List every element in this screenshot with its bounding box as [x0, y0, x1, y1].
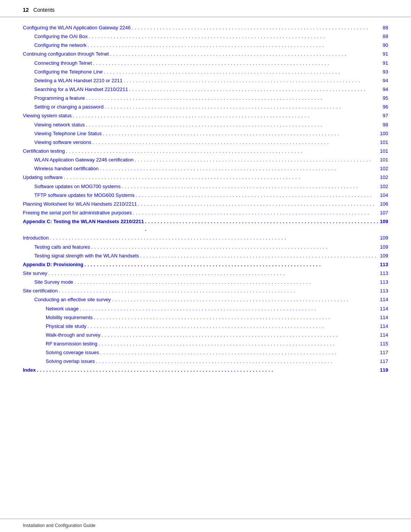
toc-row[interactable]: Software updates on MOG700 systems . . .… — [23, 183, 388, 190]
toc-row[interactable]: Appendix C: Testing the WLAN Handsets 22… — [23, 218, 388, 233]
toc-row[interactable]: Site survey . . . . . . . . . . . . . . … — [23, 270, 388, 277]
toc-dots: . . . . . . . . . . . . . . . . . . . . … — [99, 340, 379, 348]
toc-row[interactable]: Solving overlap issues . . . . . . . . .… — [23, 358, 388, 365]
toc-row[interactable]: Continuing configuration through Telnet … — [23, 50, 388, 58]
toc-row[interactable]: Index . . . . . . . . . . . . . . . . . … — [23, 366, 388, 374]
toc-link[interactable]: Connecting through Telnet — [34, 59, 92, 67]
toc-row[interactable]: Viewing Telephone Line Status . . . . . … — [23, 130, 388, 137]
toc-row[interactable]: Planning Worksheet for WLAN Handsets 221… — [23, 200, 388, 208]
toc-link[interactable]: Wireless handset certification — [34, 165, 99, 173]
toc-row[interactable]: Introduction . . . . . . . . . . . . . .… — [23, 234, 388, 242]
toc-link[interactable]: Site certification — [23, 287, 58, 295]
toc-row[interactable]: Testing signal strength with the WLAN ha… — [23, 252, 388, 260]
toc-link[interactable]: Walk-through and survey — [46, 331, 100, 339]
toc-page-number: 95 — [383, 94, 388, 102]
toc-dots: . . . . . . . . . . . . . . . . . . . . … — [100, 349, 379, 356]
toc-link[interactable]: Deleting a WLAN Handset 2210 or 2211 — [34, 77, 123, 85]
toc-link[interactable]: Network usage — [46, 305, 79, 313]
toc-page-number: 100 — [380, 130, 388, 137]
toc-link[interactable]: Setting or changing a password — [34, 103, 104, 111]
toc-page-number: 114 — [380, 323, 388, 330]
toc-row[interactable]: Configuring the Telephone Line . . . . .… — [23, 68, 388, 76]
toc-link[interactable]: Viewing software versions — [34, 139, 91, 146]
toc-dots: . . . . . . . . . . . . . . . . . . . . … — [138, 200, 379, 208]
toc-link[interactable]: RF transmission testing — [46, 340, 97, 348]
toc-link[interactable]: Configuring the network — [34, 42, 86, 49]
toc-link[interactable]: Viewing system status — [23, 112, 72, 120]
toc-link[interactable]: Physical site study — [46, 323, 86, 330]
toc-dots: . . . . . . . . . . . . . . . . . . . . … — [124, 77, 382, 85]
toc-row[interactable]: Configuring the OAI Box . . . . . . . . … — [23, 33, 388, 40]
toc-link[interactable]: Site survey — [23, 270, 47, 277]
toc-page-number: 98 — [383, 121, 388, 129]
toc-row[interactable]: Updating software . . . . . . . . . . . … — [23, 174, 388, 181]
toc-page-number: 113 — [380, 287, 388, 295]
toc-row[interactable]: Configuring the WLAN Application Gateway… — [23, 24, 388, 32]
toc-page-number: 94 — [383, 86, 388, 93]
toc-row[interactable]: Testing calls and features . . . . . . .… — [23, 243, 388, 251]
toc-row[interactable]: Solving coverage issues . . . . . . . . … — [23, 349, 388, 356]
toc-link[interactable]: Solving coverage issues — [46, 349, 99, 356]
toc-row[interactable]: Network usage . . . . . . . . . . . . . … — [23, 305, 388, 313]
toc-dots: . . . . . . . . . . . . . . . . . . . . … — [100, 165, 379, 173]
toc-page-number: 119 — [380, 366, 388, 374]
toc-row[interactable]: Setting or changing a password . . . . .… — [23, 103, 388, 111]
toc-row[interactable]: Viewing software versions . . . . . . . … — [23, 139, 388, 146]
toc-row[interactable]: RF transmission testing . . . . . . . . … — [23, 340, 388, 348]
page-number: 12 — [23, 7, 29, 13]
toc-link[interactable]: Programming a feature — [34, 94, 85, 102]
toc-row[interactable]: Deleting a WLAN Handset 2210 or 2211 . .… — [23, 77, 388, 85]
toc-link[interactable]: Appendix C: Testing the WLAN Handsets 22… — [23, 218, 144, 225]
page: 12 Contents Configuring the WLAN Applica… — [0, 0, 411, 532]
toc-row[interactable]: Freeing the serial port for administrati… — [23, 209, 388, 217]
toc-link[interactable]: Conducting an effective site survey — [34, 296, 111, 304]
page-footer: Installation and Configuration Guide — [0, 519, 411, 532]
toc-link[interactable]: Site Survey mode — [34, 278, 73, 286]
toc-page-number: 101 — [380, 147, 388, 155]
toc-row[interactable]: Viewing system status . . . . . . . . . … — [23, 112, 388, 120]
toc-row[interactable]: Appendix D: Provisioning . . . . . . . .… — [23, 261, 388, 268]
toc-row[interactable]: Connecting through Telnet . . . . . . . … — [23, 59, 388, 67]
toc-row[interactable]: Site certification . . . . . . . . . . .… — [23, 287, 388, 295]
toc-link[interactable]: Freeing the serial port for administrati… — [23, 209, 132, 217]
toc-link[interactable]: Viewing Telephone Line Status — [34, 130, 102, 137]
toc-row[interactable]: Conducting an effective site survey . . … — [23, 296, 388, 304]
toc-row[interactable]: Configuring the network . . . . . . . . … — [23, 42, 388, 49]
toc-link[interactable]: Testing calls and features — [34, 243, 90, 251]
toc-row[interactable]: Searching for a WLAN Handset 2210/2211 .… — [23, 86, 388, 93]
toc-link[interactable]: Mobility requirements — [46, 314, 93, 321]
toc-link[interactable]: Certification testing — [23, 147, 65, 155]
toc-link[interactable]: Configuring the OAI Box — [34, 33, 88, 40]
toc-link[interactable]: Configuring the Telephone Line — [34, 68, 103, 76]
toc-link[interactable]: Updating software — [23, 174, 63, 181]
toc-row[interactable]: Mobility requirements . . . . . . . . . … — [23, 314, 388, 321]
toc-row[interactable]: Walk-through and survey . . . . . . . . … — [23, 331, 388, 339]
toc-row[interactable]: Programming a feature . . . . . . . . . … — [23, 94, 388, 102]
toc-row[interactable]: Physical site study . . . . . . . . . . … — [23, 323, 388, 330]
toc-link[interactable]: Index — [23, 366, 36, 374]
toc-link[interactable]: Planning Worksheet for WLAN Handsets 221… — [23, 200, 137, 208]
toc-link[interactable]: Viewing network status — [34, 121, 85, 129]
toc-link[interactable]: Continuing configuration through Telnet — [23, 50, 109, 58]
toc-row[interactable]: Viewing network status . . . . . . . . .… — [23, 121, 388, 129]
toc-page-number: 113 — [380, 270, 388, 277]
toc-row[interactable]: TFTP software updates for MOG600 Systems… — [23, 192, 388, 199]
toc-page-number: 114 — [380, 331, 388, 339]
toc-row[interactable]: Certification testing . . . . . . . . . … — [23, 147, 388, 155]
toc-link[interactable]: Configuring the WLAN Application Gateway… — [23, 24, 131, 32]
toc-link[interactable]: Searching for a WLAN Handset 2210/2211 — [34, 86, 128, 93]
toc-row[interactable]: Wireless handset certification . . . . .… — [23, 165, 388, 173]
toc-link[interactable]: Testing signal strength with the WLAN ha… — [34, 252, 139, 260]
toc-link[interactable]: TFTP software updates for MOG600 Systems — [34, 192, 134, 199]
toc-link[interactable]: Appendix D: Provisioning — [23, 261, 83, 268]
toc-link[interactable]: WLAN Application Gateway 2246 certificat… — [34, 156, 134, 164]
toc-page-number: 115 — [380, 340, 388, 348]
toc-dots: . . . . . . . . . . . . . . . . . . . . … — [86, 94, 382, 102]
toc-row[interactable]: Site Survey mode . . . . . . . . . . . .… — [23, 278, 388, 286]
toc-dots: . . . . . . . . . . . . . . . . . . . . … — [50, 234, 379, 242]
toc-link[interactable]: Solving overlap issues — [46, 358, 95, 365]
toc-dots: . . . . . . . . . . . . . . . . . . . . … — [91, 243, 379, 251]
toc-row[interactable]: WLAN Application Gateway 2246 certificat… — [23, 156, 388, 164]
toc-link[interactable]: Introduction — [23, 234, 49, 242]
toc-link[interactable]: Software updates on MOG700 systems — [34, 183, 121, 190]
